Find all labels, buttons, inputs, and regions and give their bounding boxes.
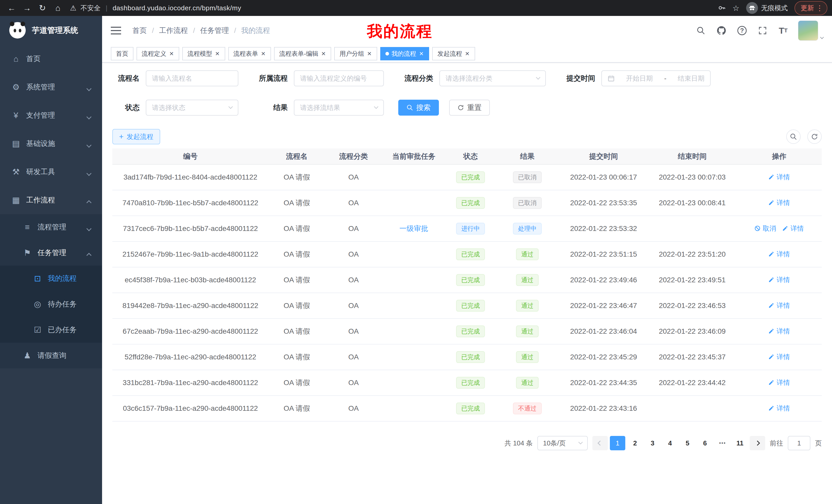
close-icon[interactable]: ×: [215, 50, 220, 57]
chat-icon: ⊡: [32, 274, 43, 283]
user-menu[interactable]: [798, 21, 823, 40]
detail-link[interactable]: 详情: [768, 404, 790, 413]
detail-link[interactable]: 详情: [768, 327, 790, 336]
result-select[interactable]: 请选择流结果: [294, 100, 384, 116]
cell-id: 331bc281-7b9a-11ec-a290-acde48001122: [112, 370, 268, 396]
detail-link[interactable]: 详情: [768, 275, 790, 284]
detail-link[interactable]: 详情: [768, 353, 790, 361]
search-button[interactable]: 搜索: [398, 100, 439, 116]
chrome-update-button[interactable]: 更新 ⋮: [795, 1, 827, 15]
next-page-button[interactable]: [750, 436, 765, 450]
gear-icon: ⚙: [10, 82, 22, 92]
category-select[interactable]: 请选择流程分类: [439, 71, 546, 86]
tab-item[interactable]: 用户分组×: [334, 47, 377, 60]
sidebar-toggle-icon[interactable]: [111, 27, 121, 34]
tab-item[interactable]: 流程定义×: [136, 47, 179, 60]
navbar-actions: ? TT: [695, 21, 823, 40]
font-size-icon[interactable]: TT: [778, 25, 789, 36]
back-icon[interactable]: ←: [5, 1, 19, 15]
github-icon[interactable]: [716, 25, 727, 36]
status-select[interactable]: 请选择状态: [146, 100, 238, 116]
sidebar-item-workflow[interactable]: ▦工作流程: [0, 186, 102, 214]
close-icon[interactable]: ×: [169, 50, 174, 57]
goto-page-input[interactable]: [788, 436, 810, 450]
close-icon[interactable]: ×: [261, 50, 266, 57]
sidebar-item-my-process[interactable]: ⊡我的流程: [0, 265, 102, 291]
page-button[interactable]: 1: [610, 436, 625, 450]
browser-home-icon[interactable]: ⌂: [51, 1, 65, 15]
detail-link[interactable]: 详情: [768, 250, 790, 259]
search-icon[interactable]: [695, 25, 706, 36]
detail-link[interactable]: 详情: [768, 198, 790, 207]
breadcrumb-item[interactable]: 工作流程: [159, 26, 188, 35]
page-button[interactable]: 4: [662, 436, 678, 450]
tab-item[interactable]: 流程表单-编辑×: [274, 47, 331, 60]
forward-icon[interactable]: →: [20, 1, 34, 15]
sidebar-item-process-management[interactable]: ≡流程管理: [0, 214, 102, 240]
page-button[interactable]: 6: [697, 436, 713, 450]
more-pages-button[interactable]: ⋯: [715, 436, 730, 450]
submit-time-range[interactable]: 开始日期 - 结束日期: [601, 71, 711, 86]
status-badge: 已完成: [456, 300, 485, 312]
chevron-down-icon: [87, 115, 91, 123]
warning-icon: ⚠: [70, 4, 76, 12]
detail-link[interactable]: 详情: [768, 301, 790, 310]
detail-link[interactable]: 详情: [768, 378, 790, 387]
tab-item[interactable]: 我的流程×: [380, 47, 429, 60]
process-definition-input[interactable]: [294, 71, 384, 86]
tab-item[interactable]: 首页: [111, 47, 133, 60]
filter-label: 状态: [112, 103, 146, 113]
tab-item[interactable]: 流程表单×: [228, 47, 271, 60]
help-icon[interactable]: ?: [736, 25, 748, 36]
filter-label: 提交时间: [560, 74, 601, 83]
page-button[interactable]: 2: [627, 436, 643, 450]
breadcrumb-item[interactable]: 首页: [132, 26, 147, 35]
close-icon[interactable]: ×: [419, 50, 424, 57]
cancel-link[interactable]: 取消: [754, 224, 776, 233]
task-link[interactable]: 一级审批: [399, 225, 428, 232]
search-toggle-button[interactable]: [786, 130, 801, 144]
filter-process-definition: 所属流程: [253, 71, 384, 86]
create-process-button[interactable]: + 发起流程: [112, 129, 160, 144]
reload-icon[interactable]: ↻: [35, 1, 49, 15]
page-button[interactable]: 5: [680, 436, 695, 450]
logo[interactable]: 芋道管理系统: [0, 16, 102, 45]
incognito-badge[interactable]: 无痕模式: [746, 2, 788, 14]
sidebar-item-dev-tools[interactable]: ⚒研发工具: [0, 158, 102, 186]
sidebar-item-payment-management[interactable]: ¥支付管理: [0, 101, 102, 130]
tab-item[interactable]: 发起流程×: [432, 47, 475, 60]
bookmark-star-icon[interactable]: ☆: [732, 4, 739, 12]
sidebar-item-label: 基础设施: [26, 139, 55, 148]
sidebar-item-task-management[interactable]: ⚑任务管理: [0, 240, 102, 265]
cell-current-task: [382, 293, 446, 318]
close-icon[interactable]: ×: [321, 50, 326, 57]
fullscreen-icon[interactable]: [757, 25, 768, 36]
sidebar-item-todo-task[interactable]: ◎待办任务: [0, 291, 102, 317]
cell-current-task: [382, 164, 446, 190]
breadcrumb-item[interactable]: 任务管理: [200, 26, 229, 35]
page-button[interactable]: 3: [645, 436, 660, 450]
key-icon[interactable]: [718, 3, 726, 13]
sidebar-item-infrastructure[interactable]: ▤基础设施: [0, 130, 102, 158]
close-icon[interactable]: ×: [367, 50, 372, 57]
sidebar-item-leave-query[interactable]: ♟请假查询: [0, 343, 102, 368]
sidebar-item-system-management[interactable]: ⚙系统管理: [0, 73, 102, 101]
detail-link[interactable]: 详情: [768, 173, 790, 181]
prev-page-button[interactable]: [592, 436, 608, 450]
sidebar-item-home[interactable]: ⌂首页: [0, 45, 102, 73]
reset-button[interactable]: 重置: [449, 100, 490, 116]
refresh-button[interactable]: [807, 130, 822, 144]
process-name-input[interactable]: [146, 71, 238, 86]
status-badge: 已完成: [456, 274, 485, 286]
close-icon[interactable]: ×: [465, 50, 470, 57]
tab-item[interactable]: 流程模型×: [182, 47, 225, 60]
cell-submit-time: 2022-01-22 23:46:04: [559, 318, 648, 344]
page-size-select[interactable]: 10条/页: [537, 436, 588, 450]
cell-current-task: [382, 370, 446, 396]
page-button[interactable]: 11: [732, 436, 748, 450]
address-bar[interactable]: ⚠ 不安全 | dashboard.yudao.iocoder.cn/bpm/t…: [70, 4, 717, 12]
sidebar-item-done-task[interactable]: ☑已办任务: [0, 317, 102, 343]
detail-link[interactable]: 详情: [782, 224, 804, 233]
breadcrumb-item[interactable]: 我的流程: [241, 26, 270, 35]
sidebar: 芋道管理系统 ⌂首页⚙系统管理¥支付管理▤基础设施⚒研发工具▦工作流程≡流程管理…: [0, 16, 102, 504]
